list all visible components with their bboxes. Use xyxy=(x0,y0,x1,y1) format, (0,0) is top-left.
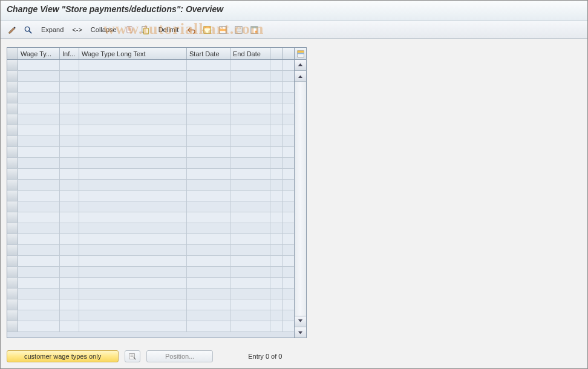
table-cell[interactable] xyxy=(7,103,18,114)
table-cell[interactable] xyxy=(270,299,283,310)
table-cell[interactable] xyxy=(230,321,270,331)
table-cell[interactable] xyxy=(7,256,18,266)
table-cell[interactable] xyxy=(79,267,187,277)
grid-header-wage-type[interactable]: Wage Ty... xyxy=(18,48,60,59)
table-cell[interactable] xyxy=(60,169,79,179)
table-cell[interactable] xyxy=(18,93,60,103)
table-cell[interactable] xyxy=(7,180,18,190)
vertical-scrollbar[interactable] xyxy=(294,47,307,338)
table-cell[interactable] xyxy=(18,180,60,190)
table-cell[interactable] xyxy=(270,169,283,179)
table-row[interactable] xyxy=(7,103,294,114)
table-cell[interactable] xyxy=(18,234,60,244)
table-row[interactable] xyxy=(7,289,294,299)
table-cell[interactable] xyxy=(79,136,187,146)
table-cell[interactable] xyxy=(60,256,79,266)
table-cell[interactable] xyxy=(18,191,60,201)
table-row[interactable] xyxy=(7,191,294,201)
customer-wage-types-button[interactable]: customer wage types only xyxy=(7,350,119,362)
table-cell[interactable] xyxy=(18,256,60,266)
table-cell[interactable] xyxy=(60,114,79,125)
table-cell[interactable] xyxy=(230,136,270,146)
table-cell[interactable] xyxy=(79,299,187,310)
table-cell[interactable] xyxy=(270,212,283,223)
scroll-up-icon[interactable] xyxy=(295,60,306,71)
table-cell[interactable] xyxy=(79,212,187,223)
table-cell[interactable] xyxy=(79,147,187,157)
table-cell[interactable] xyxy=(270,321,283,331)
table-cell[interactable] xyxy=(187,289,230,299)
copy-as-icon[interactable] xyxy=(139,24,152,36)
table-cell[interactable] xyxy=(187,299,230,310)
table-cell[interactable] xyxy=(270,125,283,136)
table-cell[interactable] xyxy=(60,103,79,114)
table-cell[interactable] xyxy=(79,169,187,179)
table-cell[interactable] xyxy=(270,180,283,190)
table-cell[interactable] xyxy=(79,158,187,168)
table-row[interactable] xyxy=(7,136,294,147)
table-cell[interactable] xyxy=(230,223,270,233)
table-cell[interactable] xyxy=(230,212,270,223)
table-cell[interactable] xyxy=(270,278,283,288)
collapse-button[interactable]: Collapse xyxy=(87,24,121,36)
table-cell[interactable] xyxy=(60,245,79,255)
table-cell[interactable] xyxy=(270,71,283,81)
table-cell[interactable] xyxy=(60,212,79,223)
table-cell[interactable] xyxy=(7,60,18,70)
table-cell[interactable] xyxy=(7,114,18,125)
table-cell[interactable] xyxy=(79,103,187,114)
table-cell[interactable] xyxy=(187,245,230,255)
table-cell[interactable] xyxy=(230,114,270,125)
table-cell[interactable] xyxy=(270,256,283,266)
delimit-button[interactable]: Delimit xyxy=(154,24,183,36)
table-cell[interactable] xyxy=(18,245,60,255)
table-cell[interactable] xyxy=(18,212,60,223)
table-cell[interactable] xyxy=(230,310,270,321)
table-cell[interactable] xyxy=(187,147,230,157)
table-cell[interactable] xyxy=(79,278,187,288)
table-cell[interactable] xyxy=(187,114,230,125)
expand-button[interactable]: Expand xyxy=(37,24,68,36)
table-cell[interactable] xyxy=(7,278,18,288)
table-cell[interactable] xyxy=(79,245,187,255)
deselect-all-icon[interactable] xyxy=(232,24,246,36)
undo-icon[interactable] xyxy=(185,24,198,36)
table-cell[interactable] xyxy=(60,278,79,288)
table-cell[interactable] xyxy=(230,267,270,277)
table-cell[interactable] xyxy=(18,310,60,321)
table-cell[interactable] xyxy=(187,169,230,179)
scroll-down-icon[interactable] xyxy=(295,327,306,338)
table-cell[interactable] xyxy=(187,60,230,70)
table-cell[interactable] xyxy=(79,201,187,212)
table-cell[interactable] xyxy=(270,136,283,146)
table-cell[interactable] xyxy=(18,201,60,212)
grid-header-start-date[interactable]: Start Date xyxy=(187,48,230,59)
table-cell[interactable] xyxy=(270,191,283,201)
table-cell[interactable] xyxy=(230,82,270,92)
table-cell[interactable] xyxy=(60,234,79,244)
table-cell[interactable] xyxy=(187,310,230,321)
table-cell[interactable] xyxy=(7,201,18,212)
table-cell[interactable] xyxy=(7,310,18,321)
table-cell[interactable] xyxy=(230,147,270,157)
table-cell[interactable] xyxy=(270,310,283,321)
table-cell[interactable] xyxy=(60,71,79,81)
scroll-page-down-icon[interactable] xyxy=(295,316,306,327)
select-block-icon[interactable] xyxy=(216,24,230,36)
table-cell[interactable] xyxy=(60,201,79,212)
table-cell[interactable] xyxy=(7,245,18,255)
table-cell[interactable] xyxy=(18,71,60,81)
table-cell[interactable] xyxy=(187,103,230,114)
table-cell[interactable] xyxy=(7,93,18,103)
table-cell[interactable] xyxy=(7,234,18,244)
configure-columns-icon[interactable] xyxy=(295,48,306,60)
table-cell[interactable] xyxy=(187,191,230,201)
table-cell[interactable] xyxy=(60,125,79,136)
new-entries-icon[interactable] xyxy=(123,24,137,36)
table-cell[interactable] xyxy=(187,212,230,223)
position-button[interactable]: Position... xyxy=(146,350,213,362)
table-cell[interactable] xyxy=(270,267,283,277)
table-cell[interactable] xyxy=(187,82,230,92)
table-cell[interactable] xyxy=(230,158,270,168)
table-cell[interactable] xyxy=(187,234,230,244)
